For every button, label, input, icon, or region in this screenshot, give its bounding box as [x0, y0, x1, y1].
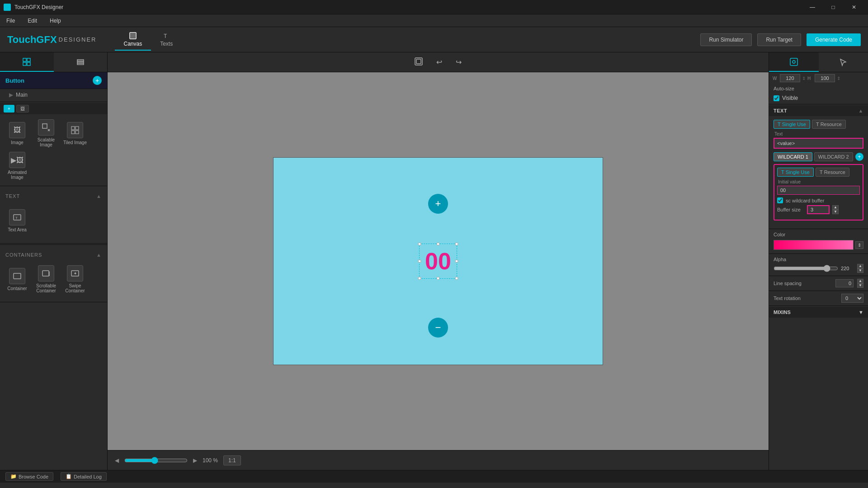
canvas-icon-button[interactable]: [410, 55, 427, 70]
widget-item-scrollable-container[interactable]: Scrollable Container: [33, 264, 60, 295]
visible-row: Visible: [769, 93, 868, 103]
svg-text:T: T: [15, 216, 18, 220]
wildcard-tab-resource[interactable]: T Resource: [816, 168, 849, 177]
text-rotation-select[interactable]: 0 90 180 270: [841, 294, 863, 303]
wildcard-tab-2[interactable]: WILDCARD 2: [814, 152, 853, 161]
right-tab-interactions[interactable]: [819, 52, 868, 72]
handle-mr[interactable]: [455, 260, 458, 263]
handle-bl[interactable]: [418, 277, 421, 280]
alpha-down[interactable]: ▼: [857, 268, 863, 273]
line-spacing-input[interactable]: [835, 279, 854, 287]
widget-item-tiled-image[interactable]: Tiled Image: [61, 118, 89, 149]
buffer-size-up[interactable]: ▲: [832, 205, 839, 210]
text-element-selected[interactable]: 00: [419, 244, 457, 279]
wildcard-add-button[interactable]: +: [855, 153, 863, 161]
canvas-background[interactable]: + 00 −: [273, 157, 603, 365]
sub-tab-image[interactable]: 🖼: [16, 105, 29, 113]
line-spacing-row: Line spacing ▲ ▼: [769, 277, 868, 290]
text-tab-resource-icon: T: [816, 122, 819, 127]
handle-tl[interactable]: [418, 243, 421, 245]
panel-tab-widgets[interactable]: [0, 52, 54, 72]
alpha-up[interactable]: ▲: [857, 264, 863, 268]
svg-rect-22: [416, 59, 421, 64]
tree-item-main[interactable]: ▶ Main: [0, 89, 107, 101]
minus-button[interactable]: −: [428, 318, 448, 338]
svg-rect-4: [27, 58, 30, 61]
close-button[interactable]: ✕: [844, 0, 864, 14]
handle-tr[interactable]: [455, 243, 458, 245]
buffer-size-input[interactable]: [807, 205, 830, 214]
run-target-button[interactable]: Run Target: [757, 33, 801, 46]
topnav: TouchGFX DESIGNER Canvas T Texts Run Sim…: [0, 27, 868, 52]
text-tab-single-use[interactable]: T Single Use: [774, 120, 810, 129]
alpha-slider[interactable]: [774, 265, 838, 272]
initial-value-input[interactable]: [777, 186, 860, 195]
ratio-button[interactable]: 1:1: [223, 455, 241, 465]
widget-item-scalable-image[interactable]: Scalable Image: [33, 118, 60, 149]
containers-section-toggle[interactable]: ▲: [96, 252, 102, 258]
handle-tm[interactable]: [437, 243, 439, 245]
panel-tab-layers[interactable]: [54, 52, 108, 72]
run-simulator-button[interactable]: Run Simulator: [700, 33, 752, 46]
color-picker-button[interactable]: ⇕: [855, 241, 863, 249]
text-section-toggle[interactable]: ▲: [96, 193, 102, 199]
wildcard-tab-1[interactable]: WILDCARD 1: [774, 152, 812, 161]
mixins-header[interactable]: MIXINS ▼: [769, 307, 868, 318]
text-section-label-right: TEXT: [774, 108, 787, 113]
undo-button[interactable]: ↩: [432, 56, 446, 69]
tiled-image-icon: [67, 122, 83, 138]
swipe-container-icon: [67, 265, 83, 282]
buffer-size-down[interactable]: ▼: [832, 210, 839, 214]
handle-bm[interactable]: [437, 277, 439, 280]
svg-rect-18: [42, 271, 49, 276]
line-spacing-up[interactable]: ▲: [857, 279, 863, 283]
widget-item-container[interactable]: Container: [4, 264, 31, 295]
menu-file[interactable]: File: [4, 17, 18, 25]
maximize-button[interactable]: □: [823, 0, 844, 14]
height-input[interactable]: [815, 74, 835, 82]
plus-button[interactable]: +: [428, 194, 448, 214]
svg-rect-9: [77, 63, 84, 65]
tab-texts[interactable]: T Texts: [151, 29, 182, 51]
text-section-header-right[interactable]: TEXT ▲: [769, 105, 868, 116]
widget-item-swipe-container[interactable]: Swipe Container: [61, 264, 89, 295]
width-input[interactable]: [780, 74, 800, 82]
line-spacing-down[interactable]: ▼: [857, 283, 863, 288]
autosize-row[interactable]: Auto-size: [769, 84, 868, 93]
browse-code-button[interactable]: 📁 Browse Code: [5, 472, 53, 481]
wildcard-buffer-checkbox[interactable]: [777, 197, 783, 203]
tab-canvas[interactable]: Canvas: [115, 29, 151, 51]
redo-button[interactable]: ↪: [452, 56, 466, 69]
svg-rect-17: [14, 273, 21, 279]
handle-br[interactable]: [455, 277, 458, 280]
tab-canvas-label: Canvas: [124, 41, 142, 47]
widget-item-animated-image[interactable]: ▶🖼 Animated Image: [4, 150, 31, 181]
detailed-log-button[interactable]: 📋 Detailed Log: [61, 472, 107, 481]
add-widget-button[interactable]: +: [93, 76, 102, 85]
right-tab-properties[interactable]: [769, 52, 819, 72]
wildcard-box: T Single Use T Resource Initial value: [774, 164, 863, 221]
wildcard-tab-single-use[interactable]: T Single Use: [777, 168, 814, 177]
handle-ml[interactable]: [418, 260, 421, 263]
menu-help[interactable]: Help: [47, 17, 64, 25]
alpha-row: Alpha 220 ▲ ▼: [769, 255, 868, 275]
minimize-button[interactable]: —: [802, 0, 823, 14]
alpha-label: Alpha: [774, 257, 863, 262]
containers-widgets-grid: Container Scrollable Container Swipe Con…: [0, 260, 107, 298]
detailed-log-icon: 📋: [66, 474, 72, 479]
zoom-slider[interactable]: [124, 457, 188, 464]
selected-widget-name: Button: [5, 77, 24, 84]
menu-edit[interactable]: Edit: [25, 17, 40, 25]
svg-rect-23: [790, 58, 797, 66]
container-icon: [9, 268, 25, 284]
topnav-actions: Run Simulator Run Target Generate Code: [700, 33, 861, 46]
widget-item-text-area[interactable]: T Text Area: [4, 205, 31, 236]
text-input-field[interactable]: [774, 138, 863, 149]
text-tab-resource[interactable]: T Resource: [812, 120, 846, 129]
svg-rect-1: [131, 33, 135, 38]
generate-code-button[interactable]: Generate Code: [807, 33, 861, 46]
widget-item-image[interactable]: 🖼 Image: [4, 118, 31, 149]
color-swatch[interactable]: [774, 240, 854, 250]
sub-tab-add[interactable]: +: [4, 105, 14, 113]
visible-checkbox[interactable]: [774, 95, 779, 101]
